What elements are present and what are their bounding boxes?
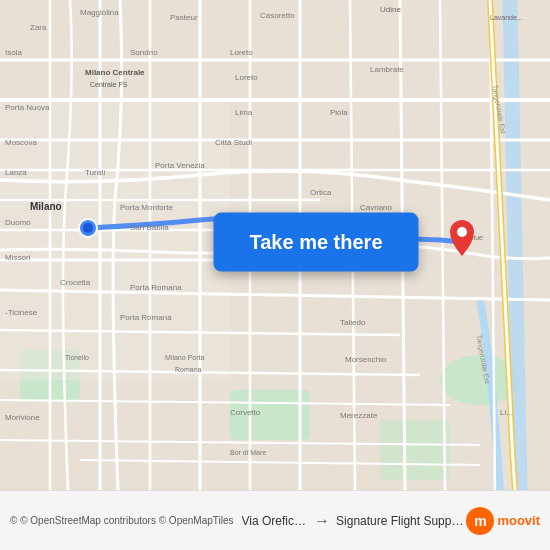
- svg-text:Ortica: Ortica: [310, 188, 332, 197]
- svg-text:Taliedo: Taliedo: [340, 318, 366, 327]
- svg-text:Lima: Lima: [235, 108, 253, 117]
- svg-text:Loreto: Loreto: [230, 48, 253, 57]
- svg-text:Li...: Li...: [500, 408, 513, 417]
- svg-text:Milano Centrale: Milano Centrale: [85, 68, 145, 77]
- map-attribution: © © OpenStreetMap contributors © OpenMap…: [10, 515, 234, 526]
- svg-text:Duomo: Duomo: [5, 218, 31, 227]
- svg-text:Isola: Isola: [5, 48, 22, 57]
- svg-text:Bor di Mare: Bor di Mare: [230, 449, 266, 456]
- svg-text:Lambrate: Lambrate: [370, 65, 404, 74]
- svg-text:Zara: Zara: [30, 23, 47, 32]
- svg-text:Cavriano: Cavriano: [360, 203, 393, 212]
- svg-rect-4: [380, 420, 450, 480]
- svg-point-76: [457, 227, 467, 237]
- svg-text:Città Studi: Città Studi: [215, 138, 252, 147]
- svg-text:Porta Romana: Porta Romana: [120, 313, 172, 322]
- moovit-logo: m moovit: [466, 507, 540, 535]
- bottom-bar: © © OpenStreetMap contributors © OpenMap…: [0, 490, 550, 550]
- origin-label: Via Orefici P.za ...: [242, 514, 309, 528]
- svg-text:Casoretto: Casoretto: [260, 11, 295, 20]
- svg-text:Piola: Piola: [330, 108, 348, 117]
- svg-text:Porta Romana: Porta Romana: [130, 283, 182, 292]
- svg-text:Morivione: Morivione: [5, 413, 40, 422]
- svg-text:Loreto: Loreto: [235, 73, 258, 82]
- svg-text:Corvetto: Corvetto: [230, 408, 261, 417]
- svg-text:-Ticinese: -Ticinese: [5, 308, 38, 317]
- svg-text:Missori: Missori: [5, 253, 31, 262]
- origin-dot-inner: [83, 223, 93, 233]
- svg-text:Pasteur: Pasteur: [170, 13, 198, 22]
- map-view[interactable]: Zara Maggiolina Pasteur Casoretto Udine …: [0, 0, 550, 490]
- svg-text:Lavande...: Lavande...: [490, 14, 523, 21]
- moovit-icon: m: [466, 507, 494, 535]
- moovit-text: moovit: [497, 513, 540, 528]
- attribution-text: © OpenStreetMap contributors © OpenMapTi…: [20, 515, 233, 526]
- svg-text:Porta Monforte: Porta Monforte: [120, 203, 173, 212]
- svg-text:Porta Nuova: Porta Nuova: [5, 103, 50, 112]
- svg-text:Maggiolina: Maggiolina: [80, 8, 119, 17]
- svg-text:Milano Porta: Milano Porta: [165, 354, 204, 361]
- take-me-there-button[interactable]: Take me there: [213, 213, 418, 272]
- svg-text:Sondrio: Sondrio: [130, 48, 158, 57]
- copyright-icon: ©: [10, 515, 17, 526]
- destination-label: Signature Flight Support LIN - Mi...: [336, 514, 466, 528]
- svg-text:Lanza: Lanza: [5, 168, 27, 177]
- svg-text:Crocetta: Crocetta: [60, 278, 91, 287]
- svg-text:Moscova: Moscova: [5, 138, 38, 147]
- svg-text:Turati: Turati: [85, 168, 105, 177]
- arrow-icon: →: [314, 512, 330, 530]
- svg-text:Morsenchio: Morsenchio: [345, 355, 387, 364]
- svg-text:San Babila: San Babila: [130, 223, 169, 232]
- svg-text:Ticnello: Ticnello: [65, 354, 89, 361]
- svg-text:Merezzate: Merezzate: [340, 411, 378, 420]
- svg-text:Romana: Romana: [175, 366, 202, 373]
- svg-text:Porta Venezia: Porta Venezia: [155, 161, 205, 170]
- route-info: Via Orefici P.za ... → Signature Flight …: [242, 512, 467, 530]
- svg-text:Milano: Milano: [30, 201, 62, 212]
- svg-text:Centrale FS: Centrale FS: [90, 81, 128, 88]
- svg-text:Udine: Udine: [380, 5, 401, 14]
